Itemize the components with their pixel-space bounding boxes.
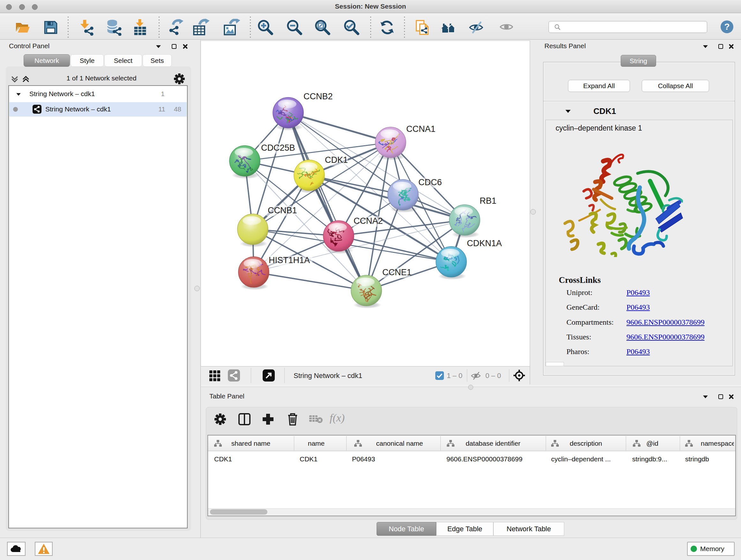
svg-text:CDC25B: CDC25B — [261, 143, 295, 152]
svg-text:CDKN1A: CDKN1A — [467, 239, 502, 248]
svg-text:CCNB1: CCNB1 — [268, 206, 297, 215]
svg-text:RB1: RB1 — [480, 196, 496, 206]
svg-text:CCNB2: CCNB2 — [304, 91, 333, 101]
svg-text:CCNA2: CCNA2 — [354, 216, 383, 226]
svg-text:CCNA1: CCNA1 — [406, 124, 435, 134]
svg-text:CDK1: CDK1 — [325, 155, 348, 165]
svg-text:CCNE1: CCNE1 — [382, 267, 412, 277]
svg-text:CDC6: CDC6 — [418, 178, 442, 187]
svg-text:HIST1H1A: HIST1H1A — [269, 255, 310, 265]
